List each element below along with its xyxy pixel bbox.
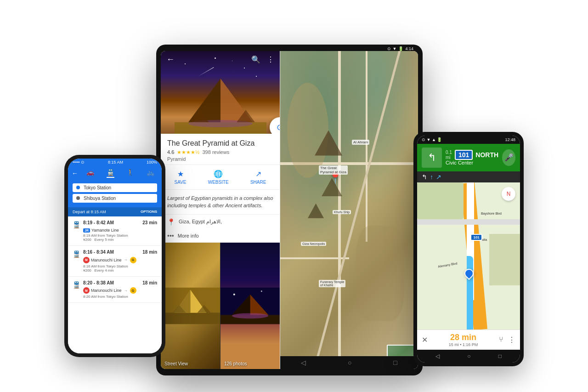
nav-home-icon[interactable]: ○ <box>348 359 351 366</box>
address-text: Giza, Egypt الاهرام, <box>179 219 222 225</box>
android-home-icon[interactable]: ○ <box>467 353 470 359</box>
android-back-icon[interactable]: ◁ <box>435 353 440 359</box>
website-button[interactable]: 🌐 WEBSITE <box>208 170 229 185</box>
nav-direction-header: ↰ 0.1 mi 101 NORTH Civic Center 🎤 <box>417 144 520 171</box>
back-button[interactable]: ← <box>72 170 78 177</box>
eta-bottom-bar: ✕ 28 min 15 mi • 1:16 PM ⑂ ⋮ <box>417 330 520 350</box>
share-button[interactable]: ↗ SHARE <box>250 170 266 185</box>
place-info-section: The Great Pyramid at Giza 4.6 ★★★★½ 398 … <box>161 134 280 165</box>
nav-back-icon[interactable]: ◁ <box>301 359 306 366</box>
line-badge: JR Yamanote Line <box>83 228 119 233</box>
location-row: 📍 Giza, Egypt الاهرام, <box>161 215 280 229</box>
svg-point-19 <box>232 313 268 318</box>
navigation-map[interactable]: Bayshore Blvd Alemany Blvd Peralta 101 N <box>417 182 520 330</box>
svg-rect-8 <box>161 312 220 324</box>
nav-recents-icon[interactable]: □ <box>393 359 397 366</box>
walk-mode-icon[interactable]: 🚶 <box>126 169 134 178</box>
place-type: Pyramid <box>167 156 273 162</box>
nav-map-background: Bayshore Blvd Alemany Blvd Peralta 101 N <box>417 182 520 330</box>
highway-direction: NORTH <box>475 151 498 159</box>
dest-dot <box>76 196 80 200</box>
to-station: Shibuya Station <box>84 196 116 201</box>
map-label-pyramid: The GreatPyramid at Giza <box>319 165 348 175</box>
photo-night-svg <box>220 243 280 369</box>
pyramid-header-image: ← 🔍 ⋮ ⊙ Route <box>161 51 280 134</box>
bike-mode-icon[interactable]: 🚲 <box>147 169 154 178</box>
green-area <box>417 182 464 219</box>
route-item[interactable]: 🚆 8:19 - 8:42 AM 23 min JR Yamanote Line… <box>68 216 162 246</box>
nav-info-block: 0.1 mi 101 NORTH Civic Center <box>446 150 498 165</box>
mic-button[interactable]: 🎤 <box>502 149 515 166</box>
photos-thumb[interactable]: 126 photos <box>220 243 280 369</box>
star-rating: ★★★★½ <box>177 149 199 155</box>
photo-count-label: 126 photos <box>224 361 247 366</box>
pyramid-svg <box>175 74 266 134</box>
android-recents-icon[interactable]: □ <box>498 353 502 359</box>
route-duration: 18 min <box>142 250 157 255</box>
car-mode-icon[interactable]: 🚗 <box>86 169 94 178</box>
to-input-row[interactable]: Shibuya Station <box>73 194 157 203</box>
more-info-row[interactable]: ••• More info <box>161 229 280 243</box>
tablet-map-panel[interactable]: 📍 The GreatPyramid at Giza Khufu Ship Al… <box>280 51 418 369</box>
routes-list: 🚆 8:19 - 8:42 AM 23 min JR Yamanote Line… <box>68 216 162 353</box>
route-fare-freq: ¥200 Every 4 min <box>83 268 157 273</box>
back-button[interactable]: ← <box>166 55 175 64</box>
route-item[interactable]: 🚆 8:20 - 8:38 AM 18 min M Marunouchi Lin… <box>68 277 162 303</box>
search-icon[interactable]: 🔍 <box>251 55 260 64</box>
satellite-map[interactable]: 📍 The GreatPyramid at Giza Khufu Ship Al… <box>280 51 418 369</box>
phone-right-status-bar: ⊙ ▼ ▲ 🔋 12:48 <box>417 136 520 144</box>
place-name: The Great Pyramid at Giza <box>167 139 273 148</box>
g-badge: G <box>130 257 136 263</box>
map-label-road: Al Ahram <box>352 140 369 145</box>
route-fab-button[interactable]: ⊙ <box>270 117 280 134</box>
tablet-time: 4:14 <box>405 46 413 51</box>
more-options-icon[interactable]: ⋮ <box>267 55 274 64</box>
globe-icon: 🌐 <box>214 170 223 178</box>
street-view-thumb[interactable]: Street View <box>161 243 220 369</box>
terrain-patch <box>287 83 328 178</box>
share-label: SHARE <box>250 180 266 185</box>
from-station: Tokyo Station <box>84 185 111 190</box>
review-count: 398 reviews <box>202 149 229 155</box>
close-navigation-button[interactable]: ✕ <box>422 335 428 344</box>
tablet-signal-icon: ⊙ <box>387 46 391 51</box>
eta-time: 28 min <box>450 333 476 342</box>
more-options-icon[interactable]: ⋮ <box>508 335 515 344</box>
star-icon: ★ <box>177 170 184 178</box>
route-sub-info: 8:16 AM from Tokyo Station <box>83 264 157 268</box>
from-input-row[interactable]: Tokyo Station <box>73 183 157 192</box>
metro-badge: M <box>83 287 90 294</box>
road-label-alemany: Alemany Blvd <box>438 261 458 268</box>
depart-time: Depart at 8:15 AM <box>73 210 106 214</box>
location-pin-icon: 📍 <box>167 218 175 226</box>
route-sub-info: 8:20 AM from Tokyo Station <box>83 295 157 299</box>
route-fare-freq: ¥200 Every 5 min <box>83 238 157 242</box>
g-badge: G <box>130 287 136 294</box>
more-dots-icon: ••• <box>167 232 174 239</box>
train-mode-icon[interactable]: 🚆 <box>107 169 114 178</box>
route-path <box>467 256 473 330</box>
share-icon: ↗ <box>255 170 261 178</box>
fork-icon[interactable]: ⑂ <box>499 335 503 344</box>
route-duration: 23 min <box>142 220 157 225</box>
svg-point-20 <box>233 293 235 295</box>
tablet-device: ⊙ ▼ 🔋 4:14 <box>156 45 423 375</box>
save-button[interactable]: ★ SAVE <box>175 170 187 185</box>
road-label-bayshore: Bayshore Blvd <box>481 212 502 215</box>
tablet-wifi-icon: ▼ <box>393 46 397 51</box>
tablet-screen: ← 🔍 ⋮ ⊙ Route <box>161 51 418 369</box>
battery-indicator: 100% <box>147 160 157 165</box>
phone-left: ••••• ⊙ 8:15 AM 100% ← 🚗 🚆 🚶 🚲 Tokyo Sta <box>64 155 165 357</box>
route-item[interactable]: 🚆 8:16 - 8:34 AM 18 min M Marunouchi Lin… <box>68 246 162 277</box>
compass[interactable]: N <box>502 187 515 201</box>
cross-road <box>417 219 520 225</box>
street-view-label: Street View <box>164 361 188 366</box>
route-times: 8:19 - 8:42 AM <box>83 220 114 225</box>
photo-pyramid-svg <box>161 243 220 369</box>
options-button[interactable]: OPTIONS <box>141 210 157 214</box>
route-sub-info: 8:19 AM from Tokyo Station <box>83 233 157 238</box>
header-action-icons: 🔍 ⋮ <box>251 55 274 64</box>
line-name: Marunouchi Line <box>91 258 122 262</box>
origin-dot <box>76 186 80 189</box>
website-label: WEBSITE <box>208 180 229 185</box>
